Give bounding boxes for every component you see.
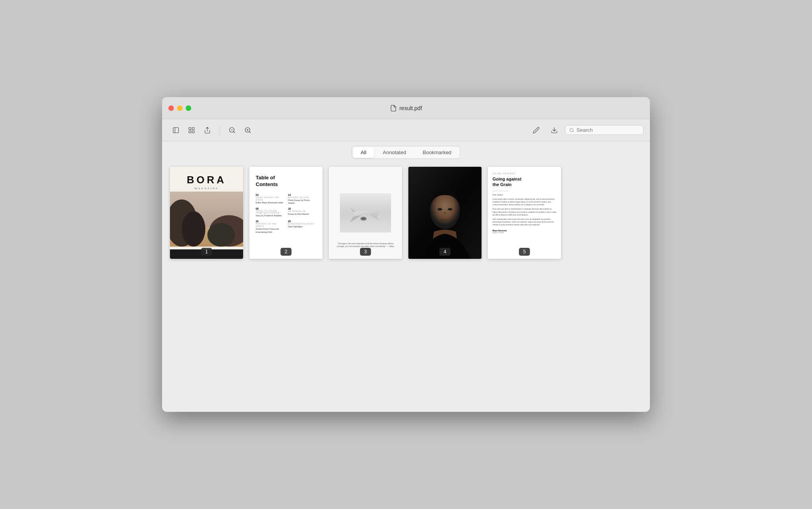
toolbar: [162, 119, 650, 141]
tab-annotated[interactable]: Annotated: [375, 147, 414, 158]
minimize-button[interactable]: [177, 105, 183, 111]
portrait-svg: [408, 167, 482, 259]
window-title: result.pdf: [390, 105, 422, 112]
svg-point-15: [570, 128, 573, 131]
page-2-thumbnail: Table ofContents 04 GOING AGAINST THE GR…: [249, 167, 323, 259]
page5-divider: [493, 191, 508, 191]
page-thumb-4[interactable]: 4: [408, 167, 482, 259]
page5-label: GOING AGAINST: [493, 172, 556, 175]
page1-subtitle: MAGAZINE: [170, 187, 243, 190]
zoom-in-icon: [244, 127, 251, 134]
traffic-lights: [168, 105, 191, 111]
sidebar-icon: [172, 127, 179, 134]
titlebar: result.pdf: [162, 97, 650, 119]
svg-rect-4: [189, 131, 191, 133]
grid-icon: [188, 127, 195, 134]
svg-rect-3: [192, 127, 194, 129]
close-button[interactable]: [168, 105, 174, 111]
toc-item-6: 20 CONVERSATION SPOTS Opal Highlights: [288, 220, 316, 234]
zoom-out-icon: [229, 127, 236, 134]
page5-body-2: Lorem ipsum dolor sit amet, consectetur …: [493, 198, 556, 207]
pencil-icon: [533, 127, 540, 134]
search-icon: [569, 127, 574, 133]
zoom-controls: [225, 124, 255, 136]
annotate-button[interactable]: [529, 124, 544, 136]
toc-item-5: 32 PORTRAIT OF THE MONTH Amelia Price's …: [256, 220, 284, 234]
filter-bar: All Annotated Bookmarked: [162, 141, 650, 164]
search-input[interactable]: [577, 127, 639, 133]
page-thumb-3[interactable]: "Courage is the most important of all th…: [329, 167, 402, 259]
filename: result.pdf: [399, 105, 422, 111]
svg-rect-5: [192, 131, 194, 133]
page-4-thumbnail: [408, 167, 482, 259]
page5-body-4: Sed ut perspiciatis unde omnis iste natu…: [493, 218, 556, 227]
share-button[interactable]: [200, 124, 215, 136]
cover-photo-svg: [170, 192, 243, 247]
page5-number: 5: [519, 248, 530, 256]
share2-button[interactable]: [547, 124, 562, 136]
page2-heading: Table ofContents: [256, 175, 316, 188]
tab-all[interactable]: All: [353, 147, 374, 158]
page3-number: 3: [360, 248, 371, 256]
svg-point-27: [437, 208, 442, 210]
page5-title: Going againstthe Grain: [493, 176, 556, 188]
svg-rect-0: [173, 127, 179, 133]
toc-item-2: 14 MATTERS OF LOVE Photo Essay by Prince…: [288, 194, 316, 205]
maximize-button[interactable]: [186, 105, 191, 111]
page-thumb-2[interactable]: Table ofContents 04 GOING AGAINST THE GR…: [249, 167, 323, 259]
svg-line-11: [249, 131, 250, 133]
page5-body-1: Dear readers,: [493, 194, 556, 196]
page2-number: 2: [281, 248, 292, 256]
page4-number: 4: [439, 248, 450, 256]
svg-point-24: [361, 218, 366, 220]
page1-number: 1: [201, 248, 212, 256]
svg-line-16: [573, 131, 574, 132]
toc-item-1: 04 GOING AGAINST THE GRAIN Editor Maya N…: [256, 194, 284, 205]
zoom-out-button[interactable]: [225, 124, 240, 136]
grid-view-button[interactable]: [184, 124, 199, 136]
page-1-thumbnail: BORA MAGAZINE No.14: [170, 167, 243, 259]
search-box[interactable]: [565, 125, 644, 135]
pdf-file-icon: [390, 105, 397, 112]
page-5-thumbnail: GOING AGAINST Going againstthe Grain Dea…: [488, 167, 561, 259]
view-controls: [168, 124, 215, 136]
share-icon: [204, 127, 211, 134]
pages-grid: BORA MAGAZINE No.14: [170, 167, 642, 259]
page1-photo: [170, 192, 243, 247]
export-icon: [551, 127, 558, 134]
svg-rect-2: [189, 127, 191, 129]
zoom-in-button[interactable]: [240, 124, 255, 136]
page3-photo: [340, 193, 391, 232]
svg-point-20: [182, 211, 205, 247]
page-thumb-1[interactable]: BORA MAGAZINE No.14: [170, 167, 243, 259]
pages-content: BORA MAGAZINE No.14: [162, 164, 650, 412]
svg-point-22: [207, 223, 235, 247]
toolbar-divider-1: [220, 125, 220, 135]
page1-title: BORA: [170, 174, 243, 186]
svg-line-8: [233, 131, 234, 133]
page5-body-3: Duis aute irure dolor in reprehenderit i…: [493, 208, 556, 216]
tab-bookmarked[interactable]: Bookmarked: [415, 147, 459, 158]
toc-grid: 04 GOING AGAINST THE GRAIN Editor Maya N…: [256, 194, 316, 234]
toc-item-4: 18 AN OPINION ON Essay by Nia Adaneni: [288, 207, 316, 218]
svg-point-28: [448, 208, 452, 210]
toc-item-3: 06 TRAVEL TO ICELAND: THERE WAS A CERTAI…: [256, 207, 284, 218]
page-thumb-5[interactable]: GOING AGAINST Going againstthe Grain Dea…: [488, 167, 561, 259]
filter-tabs: All Annotated Bookmarked: [352, 146, 461, 159]
page-3-thumbnail: "Courage is the most important of all th…: [329, 167, 402, 259]
airplane-svg: [342, 197, 389, 229]
sidebar-toggle-button[interactable]: [168, 124, 183, 136]
app-window: result.pdf: [162, 97, 650, 412]
page5-author-title: Editor in Chief: [493, 232, 556, 234]
